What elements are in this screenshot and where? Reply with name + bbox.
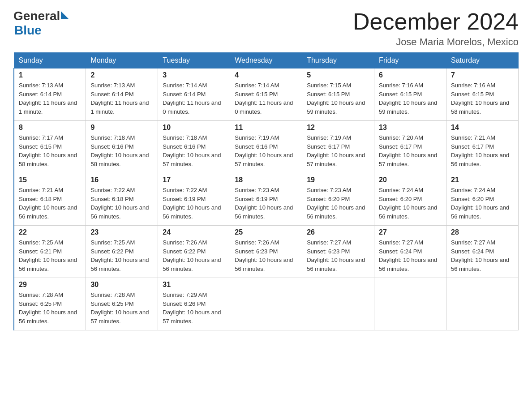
day-number: 11 <box>235 124 297 132</box>
day-info: Sunrise: 7:14 AMSunset: 6:15 PMDaylight:… <box>235 81 297 116</box>
day-number: 6 <box>379 71 442 79</box>
title-block: December 2024 Jose Maria Morelos, Mexico <box>353 9 519 48</box>
column-header-monday: Monday <box>86 53 158 68</box>
day-info: Sunrise: 7:19 AMSunset: 6:16 PMDaylight:… <box>235 133 297 168</box>
calendar-cell: 10Sunrise: 7:18 AMSunset: 6:16 PMDayligh… <box>158 121 230 173</box>
logo: General Blue <box>13 9 69 38</box>
calendar-cell <box>230 278 302 330</box>
column-header-wednesday: Wednesday <box>230 53 302 68</box>
calendar-cell <box>446 278 519 330</box>
day-number: 31 <box>163 281 225 289</box>
calendar-header-row: SundayMondayTuesdayWednesdayThursdayFrid… <box>14 53 519 68</box>
day-number: 30 <box>90 281 153 289</box>
day-info: Sunrise: 7:23 AMSunset: 6:19 PMDaylight:… <box>235 186 297 221</box>
day-number: 18 <box>235 176 297 184</box>
day-info: Sunrise: 7:29 AMSunset: 6:26 PMDaylight:… <box>163 291 225 325</box>
column-header-saturday: Saturday <box>446 53 519 68</box>
day-info: Sunrise: 7:23 AMSunset: 6:20 PMDaylight:… <box>307 186 369 221</box>
calendar-cell: 30Sunrise: 7:28 AMSunset: 6:25 PMDayligh… <box>86 278 158 330</box>
calendar-cell: 26Sunrise: 7:27 AMSunset: 6:23 PMDayligh… <box>302 226 374 278</box>
calendar-cell <box>374 278 446 330</box>
day-number: 23 <box>90 228 153 236</box>
day-number: 12 <box>307 124 369 132</box>
day-info: Sunrise: 7:20 AMSunset: 6:17 PMDaylight:… <box>379 133 442 168</box>
column-header-friday: Friday <box>374 53 446 68</box>
calendar-cell: 28Sunrise: 7:27 AMSunset: 6:24 PMDayligh… <box>446 226 519 278</box>
location-title: Jose Maria Morelos, Mexico <box>353 36 519 48</box>
calendar-cell: 25Sunrise: 7:26 AMSunset: 6:23 PMDayligh… <box>230 226 302 278</box>
calendar-cell: 1Sunrise: 7:13 AMSunset: 6:14 PMDaylight… <box>14 68 86 121</box>
calendar-cell: 9Sunrise: 7:18 AMSunset: 6:16 PMDaylight… <box>86 121 158 173</box>
day-number: 19 <box>307 176 369 184</box>
calendar-cell: 8Sunrise: 7:17 AMSunset: 6:15 PMDaylight… <box>14 121 86 173</box>
day-info: Sunrise: 7:28 AMSunset: 6:25 PMDaylight:… <box>90 291 153 325</box>
day-info: Sunrise: 7:26 AMSunset: 6:22 PMDaylight:… <box>163 238 225 273</box>
logo-triangle-icon <box>61 11 69 19</box>
day-info: Sunrise: 7:24 AMSunset: 6:20 PMDaylight:… <box>379 186 442 221</box>
calendar-cell: 21Sunrise: 7:24 AMSunset: 6:20 PMDayligh… <box>446 173 519 226</box>
day-number: 15 <box>19 176 81 184</box>
day-info: Sunrise: 7:18 AMSunset: 6:16 PMDaylight:… <box>90 133 153 168</box>
day-info: Sunrise: 7:24 AMSunset: 6:20 PMDaylight:… <box>451 186 514 221</box>
day-number: 27 <box>379 228 442 236</box>
day-number: 8 <box>19 124 81 132</box>
column-header-thursday: Thursday <box>302 53 374 68</box>
day-info: Sunrise: 7:27 AMSunset: 6:24 PMDaylight:… <box>451 238 514 273</box>
calendar-cell: 22Sunrise: 7:25 AMSunset: 6:21 PMDayligh… <box>14 226 86 278</box>
calendar-cell: 18Sunrise: 7:23 AMSunset: 6:19 PMDayligh… <box>230 173 302 226</box>
day-info: Sunrise: 7:18 AMSunset: 6:16 PMDaylight:… <box>163 133 225 168</box>
day-info: Sunrise: 7:13 AMSunset: 6:14 PMDaylight:… <box>90 81 153 116</box>
calendar-cell: 19Sunrise: 7:23 AMSunset: 6:20 PMDayligh… <box>302 173 374 226</box>
day-number: 29 <box>19 281 81 289</box>
calendar-cell: 2Sunrise: 7:13 AMSunset: 6:14 PMDaylight… <box>86 68 158 121</box>
day-number: 3 <box>163 71 225 79</box>
calendar-cell: 31Sunrise: 7:29 AMSunset: 6:26 PMDayligh… <box>158 278 230 330</box>
day-info: Sunrise: 7:21 AMSunset: 6:17 PMDaylight:… <box>451 133 514 168</box>
calendar-cell: 15Sunrise: 7:21 AMSunset: 6:18 PMDayligh… <box>14 173 86 226</box>
day-number: 9 <box>90 124 153 132</box>
month-title: December 2024 <box>353 9 519 34</box>
logo-blue: Blue <box>14 23 69 38</box>
day-number: 4 <box>235 71 297 79</box>
day-info: Sunrise: 7:21 AMSunset: 6:18 PMDaylight:… <box>19 186 81 221</box>
day-number: 20 <box>379 176 442 184</box>
day-info: Sunrise: 7:19 AMSunset: 6:17 PMDaylight:… <box>307 133 369 168</box>
day-number: 21 <box>451 176 514 184</box>
day-info: Sunrise: 7:27 AMSunset: 6:23 PMDaylight:… <box>307 238 369 273</box>
day-info: Sunrise: 7:17 AMSunset: 6:15 PMDaylight:… <box>19 133 81 168</box>
calendar-cell: 12Sunrise: 7:19 AMSunset: 6:17 PMDayligh… <box>302 121 374 173</box>
day-info: Sunrise: 7:27 AMSunset: 6:24 PMDaylight:… <box>379 238 442 273</box>
week-row-1: 1Sunrise: 7:13 AMSunset: 6:14 PMDaylight… <box>14 68 519 121</box>
calendar-cell: 17Sunrise: 7:22 AMSunset: 6:19 PMDayligh… <box>158 173 230 226</box>
calendar-cell: 4Sunrise: 7:14 AMSunset: 6:15 PMDaylight… <box>230 68 302 121</box>
day-info: Sunrise: 7:28 AMSunset: 6:25 PMDaylight:… <box>19 291 81 325</box>
column-header-sunday: Sunday <box>14 53 86 68</box>
day-info: Sunrise: 7:25 AMSunset: 6:22 PMDaylight:… <box>90 238 153 273</box>
calendar-cell: 23Sunrise: 7:25 AMSunset: 6:22 PMDayligh… <box>86 226 158 278</box>
calendar-cell: 13Sunrise: 7:20 AMSunset: 6:17 PMDayligh… <box>374 121 446 173</box>
calendar-cell: 24Sunrise: 7:26 AMSunset: 6:22 PMDayligh… <box>158 226 230 278</box>
day-number: 17 <box>163 176 225 184</box>
calendar-cell: 7Sunrise: 7:16 AMSunset: 6:15 PMDaylight… <box>446 68 519 121</box>
day-info: Sunrise: 7:25 AMSunset: 6:21 PMDaylight:… <box>19 238 81 273</box>
day-number: 13 <box>379 124 442 132</box>
day-info: Sunrise: 7:16 AMSunset: 6:15 PMDaylight:… <box>451 81 514 116</box>
calendar-cell: 11Sunrise: 7:19 AMSunset: 6:16 PMDayligh… <box>230 121 302 173</box>
day-info: Sunrise: 7:26 AMSunset: 6:23 PMDaylight:… <box>235 238 297 273</box>
day-info: Sunrise: 7:22 AMSunset: 6:19 PMDaylight:… <box>163 186 225 221</box>
day-info: Sunrise: 7:13 AMSunset: 6:14 PMDaylight:… <box>19 81 81 116</box>
calendar-cell: 5Sunrise: 7:15 AMSunset: 6:15 PMDaylight… <box>302 68 374 121</box>
column-header-tuesday: Tuesday <box>158 53 230 68</box>
day-info: Sunrise: 7:14 AMSunset: 6:14 PMDaylight:… <box>163 81 225 116</box>
page-header: General Blue December 2024 Jose Maria Mo… <box>13 9 519 48</box>
day-info: Sunrise: 7:22 AMSunset: 6:18 PMDaylight:… <box>90 186 153 221</box>
week-row-2: 8Sunrise: 7:17 AMSunset: 6:15 PMDaylight… <box>14 121 519 173</box>
day-number: 5 <box>307 71 369 79</box>
day-number: 22 <box>19 228 81 236</box>
day-info: Sunrise: 7:15 AMSunset: 6:15 PMDaylight:… <box>307 81 369 116</box>
day-number: 2 <box>90 71 153 79</box>
calendar-cell: 16Sunrise: 7:22 AMSunset: 6:18 PMDayligh… <box>86 173 158 226</box>
week-row-3: 15Sunrise: 7:21 AMSunset: 6:18 PMDayligh… <box>14 173 519 226</box>
day-number: 16 <box>90 176 153 184</box>
day-number: 28 <box>451 228 514 236</box>
